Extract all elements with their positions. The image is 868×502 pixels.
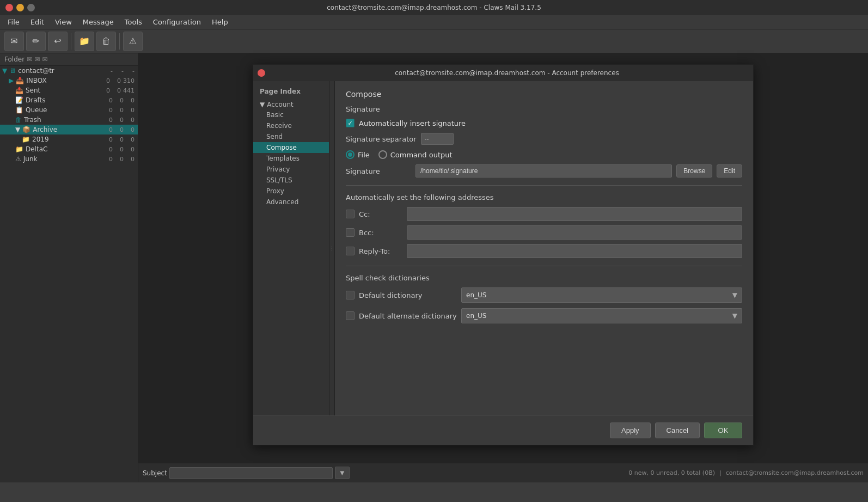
- page-index-send[interactable]: Send: [253, 131, 329, 142]
- menu-file[interactable]: File: [3, 17, 24, 27]
- folder-account[interactable]: ▼ 🖥 contact@tr - - -: [0, 66, 138, 76]
- browse-button[interactable]: Browse: [676, 164, 712, 177]
- folder-drafts[interactable]: 📝 Drafts 0 0 0: [0, 95, 138, 105]
- get-mail-button[interactable]: ✉: [4, 32, 24, 51]
- replyto-checkbox[interactable]: [346, 247, 354, 255]
- queue-new: 0: [103, 107, 114, 114]
- replyto-input[interactable]: [407, 244, 742, 258]
- page-index-account[interactable]: ▼ Account: [253, 100, 329, 109]
- menu-help[interactable]: Help: [207, 17, 233, 27]
- app-title: contact@tromsite.com@imap.dreamhost.com …: [327, 4, 541, 11]
- junk-unread: 0: [114, 156, 125, 163]
- close-button[interactable]: [5, 4, 13, 11]
- signature-path-input[interactable]: [415, 164, 672, 177]
- cc-row: Cc:: [346, 207, 742, 221]
- page-index-advanced[interactable]: Advanced: [253, 197, 329, 207]
- junk-total: 0: [125, 156, 136, 163]
- folder-queue[interactable]: 📋 Queue 0 0 0: [0, 105, 138, 115]
- deltac-icon: 📁: [15, 145, 23, 153]
- page-index-receive[interactable]: Receive: [253, 120, 329, 131]
- page-index-privacy[interactable]: Privacy: [253, 164, 329, 175]
- archive-total: 0: [125, 126, 136, 133]
- bcc-input[interactable]: [407, 225, 742, 240]
- menu-tools[interactable]: Tools: [120, 17, 146, 27]
- default-dict-dropdown[interactable]: en_US ▼: [461, 287, 742, 303]
- maximize-button[interactable]: [27, 4, 35, 11]
- edit-button[interactable]: Edit: [717, 164, 742, 177]
- page-index-basic[interactable]: Basic: [253, 109, 329, 120]
- menu-message[interactable]: Message: [78, 17, 118, 27]
- folder-deltac[interactable]: 📁 DeltaC 0 0 0: [0, 144, 138, 154]
- file-radio-button[interactable]: [346, 150, 354, 159]
- modal-footer: Apply Cancel OK: [253, 415, 753, 445]
- file-radio-option[interactable]: File: [346, 150, 370, 159]
- ok-button[interactable]: OK: [704, 423, 742, 438]
- folder-2019-name: 2019: [32, 136, 103, 143]
- modal-close-button[interactable]: [258, 69, 265, 77]
- cc-input[interactable]: [407, 207, 742, 221]
- auto-insert-checkbox[interactable]: ✓: [346, 119, 354, 127]
- status-email: contact@tromsite.com@imap.dreamhost.com: [726, 469, 864, 476]
- minimize-button[interactable]: [16, 4, 24, 11]
- queue-unread: 0: [114, 107, 125, 114]
- folder-archive[interactable]: ▼ 📦 Archive 0 0 0: [0, 125, 138, 134]
- junk-button[interactable]: ⚠: [123, 32, 143, 51]
- default-alt-dict-checkbox[interactable]: [346, 311, 354, 320]
- cc-checkbox[interactable]: [346, 210, 354, 218]
- page-index-ssltls[interactable]: SSL/TLS: [253, 175, 329, 186]
- folder-header: Folder ✉ ✉ ✉: [0, 53, 138, 66]
- resize-handle[interactable]: ⋮: [329, 81, 335, 415]
- command-radio-option[interactable]: Command output: [378, 150, 453, 159]
- subject-input[interactable]: [169, 467, 333, 479]
- apply-button[interactable]: Apply: [610, 423, 651, 438]
- separator-input[interactable]: [421, 133, 454, 145]
- deltac-total: 0: [125, 146, 136, 153]
- folder-trash[interactable]: 🗑 Trash 0 0 0: [0, 115, 138, 125]
- trash-total: 0: [125, 117, 136, 124]
- deltac-new: 0: [103, 146, 114, 153]
- command-radio-button[interactable]: [378, 150, 387, 159]
- queue-total: 0: [125, 107, 136, 114]
- menu-edit[interactable]: Edit: [26, 17, 48, 27]
- folder-icon-1[interactable]: ✉: [27, 56, 32, 63]
- subject-dropdown-button[interactable]: ▼: [335, 467, 350, 479]
- folder-sent[interactable]: 📤 Sent 0 0 441: [0, 85, 138, 95]
- queue-icon: 📋: [15, 106, 23, 114]
- default-dict-checkbox[interactable]: [346, 291, 354, 299]
- cancel-button[interactable]: Cancel: [655, 423, 700, 438]
- account-count-new: -: [103, 68, 114, 75]
- modal-overlay: contact@tromsite.com@imap.dreamhost.com …: [138, 53, 868, 482]
- menu-configuration[interactable]: Configuration: [149, 17, 205, 27]
- archive-expand-icon: ▼: [15, 126, 20, 133]
- folder-inbox[interactable]: ▶ 📥 INBOX 0 0 310: [0, 76, 138, 85]
- status-bar: Subject ▼ 0 new, 0 unread, 0 total (0B) …: [138, 463, 868, 482]
- inbox-name: INBOX: [26, 77, 100, 84]
- modal-title-bar: contact@tromsite.com@imap.dreamhost.com …: [253, 65, 753, 81]
- inbox-icon: 📥: [16, 77, 24, 84]
- move-button[interactable]: 📁: [75, 32, 94, 51]
- folder-junk[interactable]: ⚠ Junk 0 0 0: [0, 154, 138, 164]
- status-separator: |: [719, 469, 722, 476]
- trash-icon: 🗑: [15, 116, 22, 124]
- archive-new: 0: [103, 126, 114, 133]
- account-name: contact@tr: [18, 67, 103, 75]
- delete-button[interactable]: 🗑: [96, 32, 116, 51]
- bcc-checkbox[interactable]: [346, 228, 354, 237]
- compose-button[interactable]: ✏: [26, 32, 46, 51]
- drafts-new: 0: [103, 97, 114, 104]
- menu-view[interactable]: View: [51, 17, 76, 27]
- page-index-compose[interactable]: Compose: [253, 142, 329, 153]
- drafts-icon: 📝: [15, 96, 23, 104]
- folder-icon-3[interactable]: ✉: [42, 56, 47, 63]
- reply-button[interactable]: ↩: [48, 32, 68, 51]
- archive-unread: 0: [114, 126, 125, 133]
- page-index-proxy[interactable]: Proxy: [253, 186, 329, 197]
- folder-2019[interactable]: 📁 2019 0 0 0: [0, 134, 138, 144]
- drafts-unread: 0: [114, 97, 125, 104]
- default-alt-dict-dropdown[interactable]: en_US ▼: [461, 308, 742, 323]
- status-subject: Subject ▼: [143, 467, 350, 479]
- page-index-templates[interactable]: Templates: [253, 153, 329, 164]
- signature-label: Signature: [346, 167, 411, 175]
- deltac-name: DeltaC: [26, 145, 103, 153]
- folder-icon-2[interactable]: ✉: [34, 56, 40, 63]
